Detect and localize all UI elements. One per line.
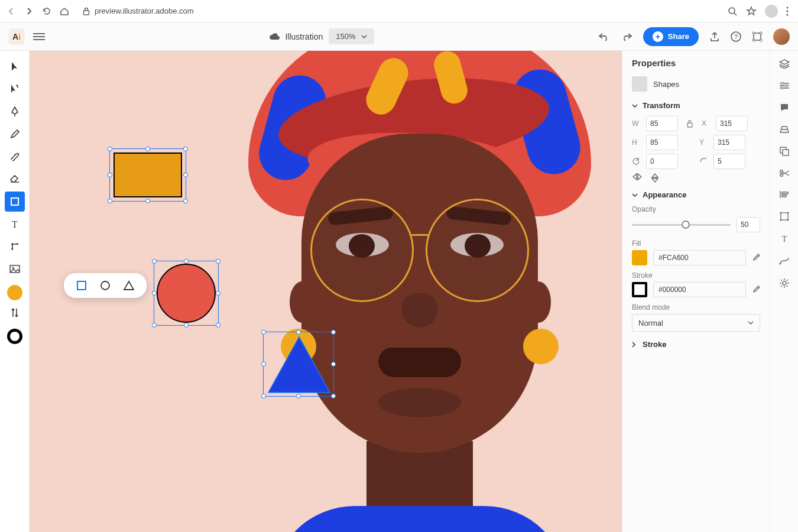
eyedropper-icon[interactable] [752, 286, 760, 294]
document-title[interactable]: Illustration [268, 32, 323, 41]
zoom-selector[interactable]: 150% [329, 28, 374, 44]
brush-tool[interactable] [5, 147, 25, 167]
fill-swatch[interactable] [7, 285, 22, 300]
fill-swatch[interactable] [632, 250, 647, 265]
width-input[interactable]: 85 [646, 116, 678, 131]
blend-mode-select[interactable]: Normal [632, 314, 760, 332]
url-text[interactable]: preview.illustrator.adobe.com [95, 7, 194, 15]
selected-triangle[interactable] [263, 332, 334, 397]
kebab-icon[interactable] [786, 7, 789, 16]
comment-icon[interactable] [780, 103, 789, 112]
user-avatar[interactable] [773, 28, 790, 45]
place-image-tool[interactable] [5, 259, 25, 279]
transform-section-header[interactable]: Transform [632, 101, 760, 110]
direct-selection-tool[interactable] [5, 79, 25, 99]
star-icon[interactable] [746, 6, 757, 17]
opacity-label: Opacity [632, 205, 760, 213]
pen-tool[interactable] [5, 102, 25, 122]
y-label: Y [699, 138, 709, 147]
type-tool[interactable]: T [5, 214, 25, 234]
pencil-tool[interactable] [5, 124, 25, 144]
fill-hex-input[interactable]: #FCA600 [653, 250, 746, 265]
perspective-icon[interactable] [779, 125, 790, 134]
svg-point-16 [12, 267, 14, 269]
corner-icon [699, 157, 709, 166]
stroke-section-header[interactable]: Stroke [632, 340, 760, 349]
share-button[interactable]: + Share [643, 27, 699, 46]
transform-icon[interactable] [780, 212, 789, 221]
undo-icon[interactable] [598, 32, 610, 41]
svg-point-30 [780, 219, 781, 221]
svg-point-34 [783, 281, 786, 285]
swap-fill-stroke[interactable] [5, 303, 25, 323]
lock-aspect-icon[interactable] [686, 119, 693, 128]
y-input[interactable]: 315 [713, 135, 745, 150]
svg-rect-17 [77, 281, 86, 290]
svg-point-10 [752, 39, 755, 41]
selected-rectangle[interactable] [109, 148, 186, 202]
reload-icon[interactable] [41, 6, 52, 17]
selection-chip[interactable]: Shapes [632, 76, 760, 92]
polygon-shape-option[interactable] [123, 280, 135, 291]
stroke-swatch[interactable] [632, 282, 647, 297]
search-icon[interactable] [727, 6, 738, 17]
canvas[interactable] [30, 51, 622, 532]
cloud-icon [268, 33, 280, 41]
settings-icon[interactable] [779, 278, 790, 288]
svg-point-4 [786, 14, 788, 15]
svg-point-25 [780, 170, 783, 173]
blend-mode-label: Blend mode [632, 303, 760, 312]
stroke-swatch[interactable] [7, 329, 22, 344]
artboard-tool[interactable] [5, 236, 25, 257]
app-logo[interactable]: Ai [8, 28, 25, 45]
rotation-input[interactable]: 0 [646, 154, 678, 169]
export-icon[interactable] [709, 31, 720, 42]
flip-horizontal-icon[interactable] [632, 173, 643, 183]
svg-point-18 [101, 281, 109, 290]
redo-icon[interactable] [621, 32, 632, 41]
back-icon[interactable] [6, 6, 17, 17]
menu-icon[interactable] [33, 33, 45, 40]
svg-point-33 [779, 263, 781, 265]
align-icon[interactable] [780, 190, 789, 199]
appearance-section-header[interactable]: Appearance [632, 190, 760, 199]
browser-avatar[interactable] [765, 5, 778, 18]
height-label: H [632, 138, 641, 147]
opacity-slider[interactable] [632, 224, 731, 226]
ellipse-shape-option[interactable] [99, 280, 111, 291]
layers-icon[interactable] [779, 59, 790, 69]
fill-label: Fill [632, 239, 760, 248]
chevron-down-icon [361, 35, 367, 38]
selection-tool[interactable] [5, 57, 25, 77]
chevron-down-icon [632, 104, 638, 108]
chevron-right-icon [632, 342, 638, 348]
type-panel-icon[interactable]: T [780, 234, 789, 244]
shape-tool[interactable] [5, 192, 25, 212]
eyedropper-icon[interactable] [752, 254, 760, 262]
height-input[interactable]: 85 [646, 135, 678, 150]
portrait-illustration [189, 51, 622, 532]
flip-vertical-icon[interactable] [651, 173, 659, 183]
opacity-input[interactable]: 50 [737, 217, 760, 232]
svg-point-9 [760, 32, 762, 34]
chevron-down-icon [632, 193, 638, 197]
lock-icon [83, 7, 90, 15]
eraser-tool[interactable] [5, 169, 25, 189]
pathfinder-icon[interactable] [780, 147, 789, 156]
path-icon[interactable] [779, 257, 790, 265]
selected-circle[interactable] [154, 261, 219, 326]
x-input[interactable]: 315 [716, 116, 748, 131]
bounding-icon[interactable] [752, 31, 763, 42]
rectangle-shape-option[interactable] [76, 280, 87, 291]
scissors-icon[interactable] [779, 169, 790, 177]
stroke-hex-input[interactable]: #000000 [653, 282, 746, 297]
forward-icon[interactable] [24, 6, 34, 17]
svg-point-1 [729, 8, 735, 14]
home-icon[interactable] [59, 6, 70, 17]
adjustments-icon[interactable] [779, 82, 790, 90]
svg-point-11 [760, 39, 762, 41]
svg-rect-24 [783, 150, 789, 155]
help-icon[interactable]: ? [731, 31, 741, 42]
corner-input[interactable]: 5 [713, 154, 745, 169]
svg-point-12 [17, 87, 18, 88]
